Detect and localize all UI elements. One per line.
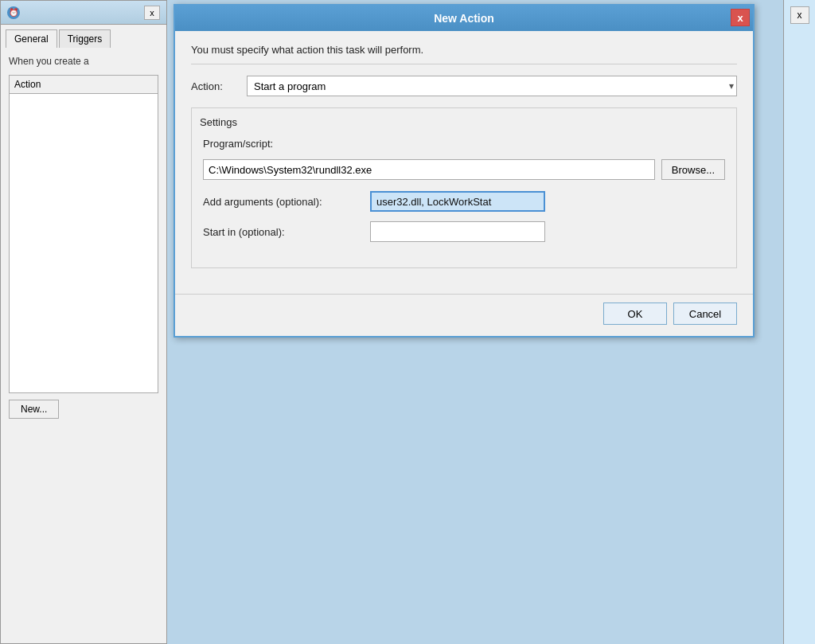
args-label: Add arguments (optional): <box>203 196 362 208</box>
ok-button[interactable]: OK <box>603 302 667 325</box>
tab-triggers[interactable]: Triggers <box>59 29 111 48</box>
bg-description-text: When you create a <box>9 56 158 67</box>
dialog-close-button[interactable]: x <box>731 9 750 26</box>
args-input[interactable] <box>370 191 545 212</box>
dialog-instruction-text: You must specify what action this task w… <box>191 44 737 64</box>
bg-action-header: Action <box>10 76 158 94</box>
start-in-row: Start in (optional): <box>203 221 725 242</box>
program-script-input[interactable] <box>203 159 655 180</box>
dialog-title: New Action <box>434 12 494 25</box>
program-input-row: Browse... <box>203 159 725 180</box>
settings-legend: Settings <box>200 116 725 128</box>
new-action-dialog: New Action x You must specify what actio… <box>174 4 755 338</box>
settings-group: Settings Program/script: Browse... Add a… <box>191 107 737 268</box>
dialog-titlebar: New Action x <box>175 6 753 31</box>
action-select-wrapper: Start a program Send an e-mail (deprecat… <box>247 76 737 96</box>
bg-action-table: Action <box>9 75 158 393</box>
right-close-button[interactable]: x <box>790 6 809 24</box>
action-field-label: Action: <box>191 80 239 92</box>
browse-button[interactable]: Browse... <box>661 159 725 180</box>
bg-titlebar: ⏰ x <box>1 1 166 25</box>
bg-new-button[interactable]: New... <box>9 400 59 419</box>
start-in-label: Start in (optional): <box>203 226 362 238</box>
tab-general[interactable]: General <box>6 29 57 48</box>
background-window: ⏰ x General Triggers When you create a A… <box>0 0 167 644</box>
dialog-footer: OK Cancel <box>175 294 753 336</box>
start-in-input[interactable] <box>370 221 545 242</box>
right-strip: x <box>783 0 815 644</box>
bg-content: When you create a Action New... <box>1 48 166 427</box>
clock-icon: ⏰ <box>7 6 20 19</box>
action-select[interactable]: Start a program Send an e-mail (deprecat… <box>247 76 737 96</box>
cancel-button[interactable]: Cancel <box>673 302 737 325</box>
action-row: Action: Start a program Send an e-mail (… <box>191 76 737 96</box>
program-script-label: Program/script: <box>203 138 362 150</box>
args-row: Add arguments (optional): <box>203 191 725 212</box>
program-script-row: Program/script: <box>203 138 725 150</box>
bg-tabs: General Triggers <box>1 25 166 48</box>
dialog-body: You must specify what action this task w… <box>175 31 753 294</box>
bg-close-button[interactable]: x <box>144 6 160 20</box>
